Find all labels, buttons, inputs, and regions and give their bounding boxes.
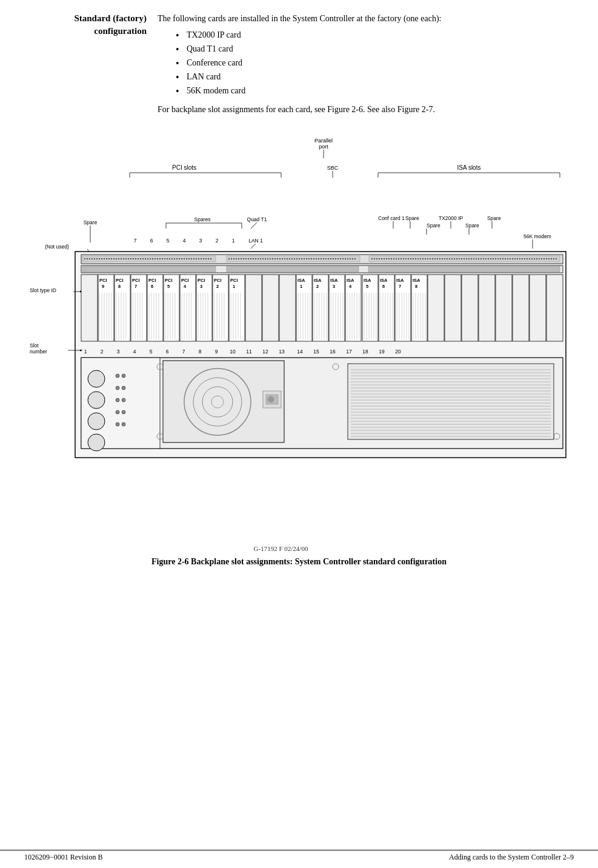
svg-point-419: [122, 386, 125, 390]
svg-point-128: [317, 258, 319, 259]
svg-rect-278: [196, 275, 212, 341]
svg-point-50: [115, 258, 116, 259]
svg-text:8: 8: [118, 284, 121, 289]
svg-rect-294: [229, 275, 245, 341]
svg-point-45: [103, 258, 104, 259]
svg-point-68: [159, 258, 160, 259]
svg-point-420: [122, 398, 125, 402]
svg-rect-270: [180, 275, 196, 341]
svg-text:PCI: PCI: [198, 278, 205, 283]
svg-point-72: [168, 258, 170, 259]
svg-text:20: 20: [395, 349, 401, 355]
svg-point-142: [351, 258, 353, 259]
svg-point-157: [400, 258, 401, 259]
svg-point-410: [88, 392, 105, 409]
footer-bar: 1026209−0001 Revision B Adding cards to …: [0, 850, 598, 862]
svg-point-209: [526, 258, 527, 259]
svg-point-63: [147, 258, 148, 259]
svg-point-413: [116, 374, 119, 378]
svg-text:8: 8: [415, 284, 417, 289]
svg-text:17: 17: [346, 349, 352, 355]
svg-point-77: [181, 258, 182, 259]
header-section: Standard (factory) configuration The fol…: [24, 12, 574, 119]
svg-text:Spare: Spare: [405, 215, 419, 221]
svg-point-93: [233, 258, 234, 259]
list-item: LAN card: [176, 70, 574, 83]
svg-text:5: 5: [149, 349, 152, 355]
svg-point-127: [315, 258, 316, 259]
svg-point-414: [116, 386, 119, 390]
svg-point-84: [198, 258, 199, 259]
intro-text: The following cards are installed in the…: [158, 12, 574, 25]
svg-rect-254: [147, 275, 163, 341]
svg-text:16: 16: [330, 349, 336, 355]
svg-text:6: 6: [165, 349, 168, 355]
svg-point-71: [166, 258, 167, 259]
svg-text:5: 5: [366, 284, 368, 289]
svg-point-79: [185, 258, 187, 259]
svg-point-159: [405, 258, 406, 259]
quad-t1-label: Quad T1: [247, 216, 267, 222]
svg-text:ISA: ISA: [297, 278, 305, 283]
page-container: Standard (factory) configuration The fol…: [0, 0, 598, 868]
svg-point-65: [151, 258, 153, 259]
svg-point-148: [378, 258, 379, 259]
svg-text:7: 7: [182, 349, 185, 355]
svg-rect-379: [462, 275, 478, 341]
svg-point-75: [176, 258, 177, 259]
svg-rect-380: [479, 275, 495, 341]
svg-point-200: [504, 258, 505, 259]
svg-point-430: [268, 396, 274, 402]
bullet-list: TX2000 IP card Quad T1 card Conference c…: [176, 28, 574, 97]
svg-point-133: [330, 258, 331, 259]
svg-point-190: [480, 258, 481, 259]
svg-text:15: 15: [313, 349, 319, 355]
followup-text: For backplane slot assignments for each …: [158, 103, 574, 116]
svg-rect-377: [428, 275, 444, 341]
svg-point-152: [388, 258, 389, 259]
svg-text:11: 11: [246, 349, 252, 355]
svg-point-202: [509, 258, 510, 259]
svg-point-171: [434, 258, 435, 259]
figure-id: G-17192 F 02/24/00: [254, 545, 308, 552]
svg-text:3: 3: [199, 238, 202, 244]
footer-right: Adding cards to the System Controller 2–…: [449, 853, 574, 862]
svg-point-174: [441, 258, 442, 259]
svg-point-135: [334, 258, 336, 259]
svg-text:19: 19: [379, 349, 385, 355]
svg-text:2: 2: [215, 238, 218, 244]
svg-text:8: 8: [198, 349, 201, 355]
svg-text:13: 13: [279, 349, 285, 355]
svg-rect-223: [82, 266, 216, 272]
svg-text:PCI: PCI: [116, 278, 124, 283]
svg-text:Spare: Spare: [465, 222, 479, 229]
svg-point-416: [116, 410, 119, 414]
svg-point-121: [301, 258, 302, 259]
svg-point-61: [142, 258, 143, 259]
svg-point-412: [88, 434, 105, 451]
svg-point-421: [122, 410, 125, 414]
svg-line-14: [251, 222, 257, 229]
svg-point-102: [254, 258, 256, 259]
svg-point-162: [412, 258, 413, 259]
svg-point-126: [313, 258, 314, 259]
svg-point-132: [327, 258, 328, 259]
svg-rect-359: [395, 275, 411, 341]
svg-point-137: [339, 258, 341, 259]
svg-point-172: [436, 258, 437, 259]
svg-text:PCI: PCI: [181, 278, 189, 283]
svg-text:ISA: ISA: [364, 278, 371, 283]
parallel-port-label: Parallel: [314, 138, 332, 144]
slot-number-label: Slot: [30, 342, 39, 349]
svg-point-417: [116, 422, 119, 426]
backplane-diagram: Parallel port SBC PCI slots ISA slots Sp…: [27, 130, 572, 542]
svg-text:2: 2: [316, 284, 319, 289]
svg-rect-304: [279, 275, 296, 341]
svg-point-100: [250, 258, 251, 259]
sbc-label: SBC: [327, 165, 338, 171]
svg-text:4: 4: [182, 238, 185, 244]
svg-text:2: 2: [216, 284, 219, 289]
svg-point-114: [284, 258, 285, 259]
svg-point-213: [536, 258, 537, 259]
svg-text:18: 18: [362, 349, 368, 355]
